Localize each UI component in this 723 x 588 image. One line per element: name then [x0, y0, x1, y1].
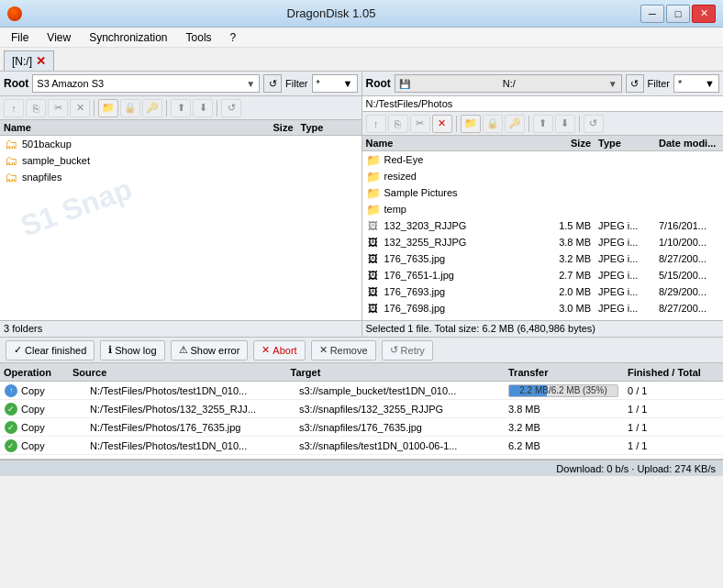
- right-panel-list[interactable]: 📁 Red-Eye 📁 resized 📁 Sample Pictures: [362, 151, 724, 320]
- left-tool-copy[interactable]: ⎘: [26, 99, 46, 117]
- right-tool-lock[interactable]: 🔒: [483, 115, 503, 133]
- left-filter-combo[interactable]: * ▼: [312, 74, 358, 93]
- list-item[interactable]: 📁 temp: [362, 201, 724, 217]
- right-refresh-button[interactable]: ↺: [626, 74, 644, 93]
- right-root-label: Root: [366, 77, 391, 90]
- remove-label: Remove: [330, 345, 368, 356]
- tab-main[interactable]: [N:/] ✕: [4, 50, 54, 71]
- right-filter-label: Filter: [648, 78, 670, 89]
- right-col-name: Name: [366, 138, 537, 149]
- menu-view[interactable]: View: [39, 29, 78, 46]
- remove-button[interactable]: ✕ Remove: [311, 340, 376, 361]
- show-error-button[interactable]: ⚠ Show error: [171, 340, 249, 361]
- item-name: snapfiles: [22, 172, 358, 183]
- menu-synchronization[interactable]: Synchronization: [82, 29, 174, 46]
- menu-help[interactable]: ?: [223, 29, 244, 46]
- op-source: N:/TestFiles/Photos/test1DN_010...: [90, 385, 299, 396]
- list-item[interactable]: 🗂 501backup: [0, 136, 362, 152]
- left-tool-up[interactable]: ↑: [4, 99, 24, 117]
- list-item[interactable]: 🖼 176_7635.jpg 3.2 MB JPEG i... 8/27/200…: [362, 250, 724, 267]
- right-tool-newfolder[interactable]: 📁: [461, 115, 481, 133]
- show-log-button[interactable]: ℹ Show log: [100, 340, 164, 361]
- right-toolbar-sep1: [456, 116, 457, 132]
- item-name: sample_bucket: [22, 155, 358, 166]
- file-icon: 🖼: [366, 284, 381, 299]
- left-tool-lock[interactable]: 🔒: [120, 99, 140, 117]
- left-filter-value: *: [317, 78, 320, 89]
- left-tool-move[interactable]: ✂: [48, 99, 68, 117]
- op-transfer: 6.2 MB: [508, 440, 628, 451]
- right-tool-copy[interactable]: ⎘: [388, 115, 408, 133]
- table-row[interactable]: ✓ Copy N:/TestFiles/Photos/test1DN_010..…: [0, 437, 723, 455]
- left-tool-download[interactable]: ⬇: [193, 99, 213, 117]
- item-date: 5/15/200...: [655, 270, 719, 281]
- list-item[interactable]: 📁 resized: [362, 168, 724, 184]
- table-row[interactable]: ✓ Copy N:/TestFiles/Photos/176_7635.jpg …: [0, 418, 723, 437]
- right-filter-combo[interactable]: * ▼: [673, 74, 719, 93]
- op-name: Copy: [21, 404, 90, 415]
- ops-col-source: Source: [72, 367, 291, 378]
- list-item[interactable]: 🖼 132_3255_RJJPG 3.8 MB JPEG i... 1/10/2…: [362, 234, 724, 250]
- left-refresh-button[interactable]: ↺: [263, 74, 282, 93]
- table-row[interactable]: ✓ Copy N:/TestFiles/Photos/132_3255_RJJ.…: [0, 400, 723, 418]
- op-name: Copy: [21, 422, 90, 433]
- right-tool-perm[interactable]: 🔑: [505, 115, 525, 133]
- right-tool-download[interactable]: ⬇: [555, 115, 575, 133]
- item-name: 132_3255_RJJPG: [384, 237, 537, 248]
- right-panel-status: Selected 1 file. Total size: 6.2 MB (6,4…: [362, 320, 724, 337]
- right-panel-path: N:/TestFiles/Photos: [362, 96, 724, 112]
- right-root-combo[interactable]: 💾 N:/ ▼: [395, 74, 622, 93]
- folder-icon: 📁: [366, 202, 381, 216]
- right-col-size: Size: [536, 138, 591, 149]
- retry-button[interactable]: ↺ Retry: [382, 340, 433, 361]
- left-status-text: 3 folders: [4, 323, 42, 334]
- left-col-type: Type: [294, 122, 358, 133]
- left-root-combo[interactable]: S3 Amazon S3 ▼: [32, 74, 260, 93]
- right-tool-move[interactable]: ✂: [410, 115, 430, 133]
- right-tool-delete[interactable]: ✕: [432, 115, 452, 133]
- minimize-button[interactable]: ─: [640, 5, 664, 23]
- list-item[interactable]: 🖼 132_3203_RJJPG 1.5 MB JPEG i... 7/16/2…: [362, 217, 724, 234]
- item-type: JPEG i...: [591, 253, 655, 264]
- abort-button[interactable]: ✕ Abort: [253, 340, 305, 361]
- folder-icon: 🗂: [4, 137, 18, 151]
- table-row[interactable]: ↑ Copy N:/TestFiles/Photos/test1DN_010..…: [0, 382, 723, 400]
- menu-file[interactable]: File: [4, 29, 36, 46]
- error-icon: ⚠: [179, 344, 188, 356]
- abort-icon: ✕: [261, 344, 270, 356]
- right-root-icon: 💾: [399, 79, 410, 89]
- error-label: Show error: [191, 345, 240, 356]
- list-item[interactable]: 🖼 176_7698.jpg 3.0 MB JPEG i... 8/27/200…: [362, 300, 724, 316]
- item-size: 3.0 MB: [536, 303, 591, 314]
- list-item[interactable]: 🗂 sample_bucket: [0, 152, 362, 169]
- list-item[interactable]: 🖼 176_7693.jpg 2.0 MB JPEG i... 8/29/200…: [362, 283, 724, 300]
- list-item[interactable]: 🗂 snapfiles: [0, 169, 362, 185]
- tab-close-button[interactable]: ✕: [36, 54, 46, 68]
- list-item[interactable]: 📁 Red-Eye: [362, 151, 724, 168]
- left-tool-upload[interactable]: ⬆: [171, 99, 191, 117]
- left-tool-perm[interactable]: 🔑: [142, 99, 162, 117]
- right-col-date: Date modi...: [655, 138, 719, 149]
- left-root-label: Root: [4, 77, 28, 90]
- left-filter-label: Filter: [285, 78, 307, 89]
- right-tool-up[interactable]: ↑: [366, 115, 386, 133]
- left-tool-delete[interactable]: ✕: [70, 99, 90, 117]
- right-tool-refresh[interactable]: ↺: [584, 115, 604, 133]
- item-size: 2.7 MB: [536, 270, 591, 281]
- clear-finished-button[interactable]: ✓ Clear finished: [6, 340, 95, 361]
- operations-table: ↑ Copy N:/TestFiles/Photos/test1DN_010..…: [0, 382, 723, 459]
- right-tool-upload[interactable]: ⬆: [533, 115, 553, 133]
- done-icon: ✓: [4, 420, 18, 435]
- left-panel-list[interactable]: S1 Snap 🗂 501backup 🗂 sample_bucket 🗂 sn…: [0, 136, 362, 320]
- op-name: Copy: [21, 385, 90, 396]
- item-date: 7/16/201...: [655, 220, 719, 231]
- left-tool-refresh[interactable]: ↺: [221, 99, 241, 117]
- list-item[interactable]: 🖼 176_7651-1.jpg 2.7 MB JPEG i... 5/15/2…: [362, 267, 724, 283]
- maximize-button[interactable]: □: [666, 5, 690, 23]
- folder-icon: 🗂: [4, 153, 18, 168]
- close-button[interactable]: ✕: [692, 5, 716, 23]
- left-tool-newfolder[interactable]: 📁: [98, 99, 118, 117]
- menu-tools[interactable]: Tools: [179, 29, 219, 46]
- item-type: JPEG i...: [591, 303, 655, 314]
- list-item[interactable]: 📁 Sample Pictures: [362, 184, 724, 201]
